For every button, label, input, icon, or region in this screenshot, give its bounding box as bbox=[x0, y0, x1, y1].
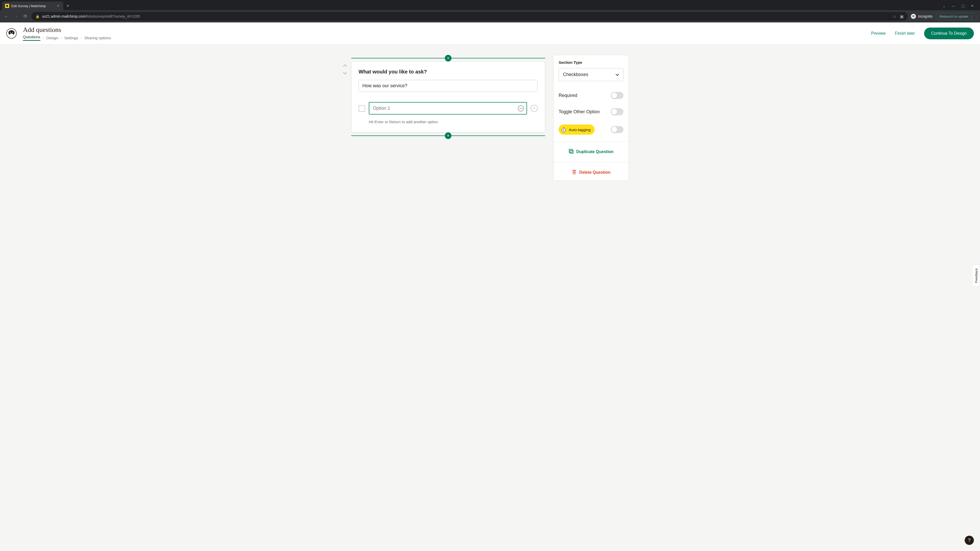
new-tab-button[interactable]: + bbox=[66, 3, 69, 9]
chevron-right-icon: › bbox=[43, 36, 44, 40]
panel-divider bbox=[554, 162, 628, 162]
browser-tab[interactable]: Edit Survey | Mailchimp × bbox=[2, 2, 63, 10]
page-title: Add questions bbox=[23, 26, 865, 34]
toggle-knob bbox=[611, 93, 617, 98]
toggle-knob bbox=[611, 127, 617, 132]
option-input-wrap bbox=[369, 102, 527, 114]
chevron-down-icon bbox=[616, 72, 619, 77]
breadcrumb: Questions › Design › Settings › Sharing … bbox=[23, 35, 865, 41]
finish-later-link[interactable]: Finish later bbox=[895, 31, 915, 36]
svg-point-5 bbox=[10, 33, 13, 35]
toggle-knob bbox=[611, 109, 617, 114]
svg-point-0 bbox=[6, 5, 8, 7]
option-checkbox[interactable] bbox=[359, 105, 365, 112]
forward-button[interactable]: → bbox=[13, 13, 19, 20]
address-actions: ☆ ▣ bbox=[893, 14, 904, 19]
close-window-icon[interactable]: ✕ bbox=[971, 4, 974, 8]
svg-rect-13 bbox=[569, 149, 572, 152]
option-input[interactable] bbox=[369, 103, 518, 114]
incognito-badge[interactable]: 👁 Incognito bbox=[911, 14, 932, 19]
disco-ball-icon bbox=[561, 127, 567, 133]
address-bar-row: ← → ⟳ 🔒 us21.admin.mailchimp.com/lists/s… bbox=[0, 10, 980, 22]
more-icon: ⋮ bbox=[970, 14, 973, 18]
move-up-button[interactable] bbox=[343, 64, 347, 68]
tab-bar: Edit Survey | Mailchimp × + ⌄ — ▢ ✕ bbox=[0, 0, 980, 10]
minimize-icon[interactable]: — bbox=[952, 4, 955, 8]
maximize-icon[interactable]: ▢ bbox=[961, 4, 965, 8]
auto-tagging-toggle[interactable] bbox=[611, 126, 624, 133]
relaunch-label: Relaunch to update bbox=[939, 14, 968, 18]
back-button[interactable]: ← bbox=[3, 13, 10, 20]
add-option-button[interactable]: + bbox=[531, 105, 538, 112]
section-type-section: Section Type Checkboxes bbox=[554, 60, 628, 87]
url-text: us21.admin.mailchimp.com/lists/surveys/e… bbox=[42, 14, 140, 18]
add-question-divider-bottom: + bbox=[351, 135, 545, 136]
main-content: + What would you like to ask? bbox=[0, 44, 980, 191]
option-hint: Hit Enter or Return to add another optio… bbox=[369, 120, 538, 124]
reload-button[interactable]: ⟳ bbox=[22, 13, 28, 20]
svg-rect-6 bbox=[519, 108, 522, 109]
chevron-down-icon[interactable]: ⌄ bbox=[942, 4, 945, 8]
auto-tagging-badge: Auto-tagging bbox=[558, 124, 595, 135]
toggle-other-row: Toggle Other Option bbox=[554, 103, 628, 120]
trash-icon bbox=[572, 169, 577, 176]
incognito-icon: 👁 bbox=[911, 14, 916, 19]
url-domain: us21.admin.mailchimp.com bbox=[42, 14, 86, 18]
option-row: + bbox=[359, 102, 538, 114]
header-actions: Preview Finish later Continue To Design bbox=[871, 27, 974, 39]
relaunch-button[interactable]: Relaunch to update ⋮ bbox=[935, 13, 977, 20]
lock-icon: 🔒 bbox=[35, 14, 40, 18]
favicon-icon bbox=[5, 4, 9, 8]
move-down-button[interactable] bbox=[343, 71, 347, 75]
header-title-block: Add questions Questions › Design › Setti… bbox=[23, 26, 865, 41]
duplicate-label: Duplicate Question bbox=[576, 149, 614, 154]
panel-icon[interactable]: ▣ bbox=[900, 14, 904, 19]
question-area: + What would you like to ask? bbox=[351, 55, 545, 139]
preview-link[interactable]: Preview bbox=[871, 31, 886, 36]
tab-title: Edit Survey | Mailchimp bbox=[11, 4, 54, 8]
section-type-label: Section Type bbox=[558, 60, 624, 65]
reorder-controls bbox=[343, 64, 347, 75]
close-tab-icon[interactable]: × bbox=[56, 3, 60, 8]
breadcrumb-settings[interactable]: Settings bbox=[64, 36, 78, 40]
breadcrumb-questions[interactable]: Questions bbox=[23, 35, 40, 41]
mailchimp-logo-icon[interactable] bbox=[6, 28, 17, 39]
chevron-right-icon: › bbox=[61, 36, 62, 40]
app-header: Add questions Questions › Design › Setti… bbox=[0, 22, 980, 44]
star-icon[interactable]: ☆ bbox=[893, 14, 896, 19]
section-type-select[interactable]: Checkboxes bbox=[558, 68, 624, 81]
breadcrumb-design[interactable]: Design bbox=[46, 36, 59, 40]
question-prompt-label: What would you like to ask? bbox=[359, 69, 538, 75]
browser-chrome: Edit Survey | Mailchimp × + ⌄ — ▢ ✕ ← → … bbox=[0, 0, 980, 22]
required-row: Required bbox=[554, 87, 628, 103]
address-bar[interactable]: 🔒 us21.admin.mailchimp.com/lists/surveys… bbox=[32, 12, 908, 21]
add-question-divider-top: + bbox=[351, 58, 545, 59]
add-question-button[interactable]: + bbox=[445, 132, 452, 139]
svg-point-3 bbox=[10, 32, 11, 33]
required-label: Required bbox=[558, 93, 577, 98]
url-path: /lists/surveys/edit?survey_id=1205 bbox=[86, 14, 140, 18]
duplicate-icon bbox=[569, 149, 574, 155]
config-panel: Section Type Checkboxes Required Toggle … bbox=[553, 55, 629, 181]
breadcrumb-sharing[interactable]: Sharing options bbox=[84, 36, 111, 40]
delete-question-button[interactable]: Delete Question bbox=[554, 164, 628, 181]
auto-tagging-row: Auto-tagging bbox=[554, 120, 628, 139]
toggle-other-label: Toggle Other Option bbox=[558, 109, 600, 114]
incognito-label: Incognito bbox=[918, 14, 932, 18]
chevron-right-icon: › bbox=[81, 36, 82, 40]
add-question-button[interactable]: + bbox=[445, 55, 452, 62]
svg-rect-14 bbox=[570, 150, 573, 153]
toggle-other-toggle[interactable] bbox=[611, 108, 624, 115]
auto-tagging-label: Auto-tagging bbox=[569, 127, 590, 132]
remove-option-button[interactable] bbox=[518, 105, 524, 111]
required-toggle[interactable] bbox=[611, 92, 624, 99]
section-type-value: Checkboxes bbox=[563, 72, 588, 77]
question-text-input[interactable] bbox=[359, 80, 538, 92]
question-card: What would you like to ask? + Hit Enter … bbox=[351, 62, 545, 132]
window-controls: ⌄ — ▢ ✕ bbox=[942, 4, 978, 8]
continue-button[interactable]: Continue To Design bbox=[924, 27, 974, 39]
svg-point-4 bbox=[12, 32, 13, 33]
duplicate-question-button[interactable]: Duplicate Question bbox=[554, 144, 628, 160]
delete-label: Delete Question bbox=[579, 170, 611, 175]
